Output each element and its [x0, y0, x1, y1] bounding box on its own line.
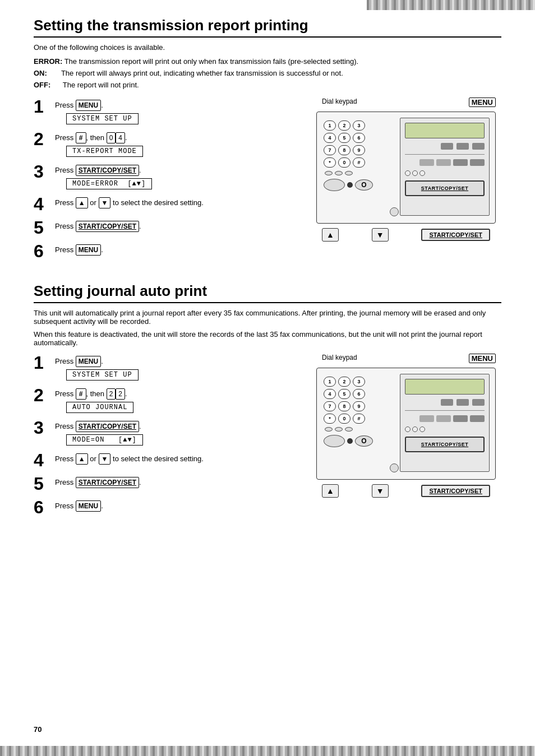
- menu-key-6: MENU: [76, 244, 101, 256]
- key-8: 8: [338, 145, 350, 155]
- step-num-2: 2: [34, 130, 49, 148]
- step-num-b3: 3: [34, 419, 49, 437]
- step-1-top: 1 Press MENU. SYSTEM SET UP: [34, 98, 305, 124]
- bkey-6: 6: [353, 389, 365, 399]
- bkey-7: 7: [324, 401, 336, 411]
- page-number: 70: [34, 725, 41, 734]
- speaker-icon-top: [390, 207, 399, 216]
- ctrl-btn-3: [472, 143, 485, 150]
- menu-label-device-top: MENU: [469, 98, 496, 107]
- up-arrow-key-b4: ▲: [76, 453, 88, 465]
- key-1: 1: [324, 120, 336, 131]
- device-diagram-top: 1 2 3 4 5 6 7 8 9 *: [316, 112, 496, 224]
- right-panel-top: START/COPY/SET: [400, 118, 490, 216]
- step-num-1: 1: [34, 98, 49, 115]
- bctrl-btn-2: [456, 399, 469, 406]
- bkey-1: 1: [324, 377, 336, 387]
- step-num-b6: 6: [34, 498, 49, 516]
- start-copy-set-device-top: START/COPY/SET: [421, 229, 490, 241]
- steps-and-device-top: 1 Press MENU. SYSTEM SET UP 2 Press #, t…: [34, 98, 501, 266]
- step-num-3: 3: [34, 163, 49, 180]
- section-journal-auto: Setting journal auto print This unit wil…: [34, 282, 501, 522]
- menu-label-device-bottom: MENU: [469, 354, 496, 363]
- top-decorative-bar: [367, 0, 535, 10]
- bctrl-btn-1: [441, 399, 453, 406]
- section-title-transmission: Setting the transmission report printing: [34, 17, 501, 38]
- device-bottom-row-bottom: ▲ ▼ START/COPY/SET: [316, 484, 496, 498]
- option-error-label: ERROR:: [34, 57, 62, 66]
- screen-system-setup-b1: SYSTEM SET UP: [66, 369, 139, 381]
- step-content-2: Press #, then 04. TX-REPORT MODE: [55, 130, 305, 157]
- bottom-decorative-bar: [0, 746, 535, 756]
- up-arrow-device-top: ▲: [322, 228, 339, 242]
- step-num-5: 5: [34, 219, 49, 236]
- bkey-9: 9: [353, 401, 365, 411]
- step-1-bottom: 1 Press MENU. SYSTEM SET UP: [34, 354, 305, 381]
- key-hash-kp: #: [353, 157, 365, 168]
- right-panel-bottom: START/COPY/SET: [400, 374, 490, 472]
- step-num-b1: 1: [34, 354, 49, 372]
- start-btn-device-bottom: START/COPY/SET: [405, 437, 485, 452]
- bkey-5: 5: [338, 389, 350, 399]
- screen-mode-error: MODE=ERROR [▲▼]: [66, 178, 152, 189]
- option-error-text: The transmission report will print out o…: [64, 57, 359, 66]
- key-4b: 4: [324, 133, 336, 143]
- bkey-4: 4: [324, 389, 336, 399]
- bkey-2: 2: [338, 377, 350, 387]
- bkey-3: 3: [353, 377, 365, 387]
- menu-key-1: MENU: [76, 100, 101, 111]
- key-9: 9: [353, 145, 365, 155]
- option-on-text: The report will always print out, indica…: [61, 69, 343, 77]
- section-transmission-report: Setting the transmission report printing…: [34, 17, 501, 266]
- start-btn-label-bottom: START/COPY/SET: [421, 442, 468, 447]
- device-col-bottom: Dial keypad MENU 1 2 3 4 5 6: [316, 354, 501, 498]
- screen-tx-report: TX-REPORT MODE: [66, 146, 143, 157]
- key-6: 6: [353, 133, 365, 143]
- step-2-bottom: 2 Press #, then 22. AUTO JOURNAL: [34, 386, 305, 413]
- bctrl-btn-3: [472, 399, 485, 406]
- key-2a: 2: [107, 388, 116, 400]
- hash-key-2: #: [76, 132, 86, 143]
- step-content-6: Press MENU.: [55, 242, 305, 256]
- step-4-bottom: 4 Press ▲ or ▼ to select the desired set…: [34, 451, 305, 469]
- steps-col-bottom: 1 Press MENU. SYSTEM SET UP 2 Press #, t…: [34, 354, 305, 522]
- down-arrow-key-4: ▼: [99, 197, 111, 208]
- start-copy-set-device-bottom: START/COPY/SET: [421, 485, 490, 497]
- step-content-b5: Press START/COPY/SET.: [55, 475, 305, 488]
- journal-intro-1: This unit will automatically print a jou…: [34, 309, 501, 326]
- key-3: 3: [353, 120, 365, 131]
- key-7: 7: [324, 145, 336, 155]
- menu-key-b6: MENU: [76, 500, 101, 512]
- display-screen-top: [405, 123, 485, 138]
- keypad-area-top: 1 2 3 4 5 6 7 8 9 *: [324, 120, 385, 191]
- screen-mode-on: MODE=ON [▲▼]: [66, 434, 143, 446]
- down-arrow-device-bottom: ▼: [372, 484, 389, 498]
- start-btn-label-top: START/COPY/SET: [421, 185, 468, 191]
- step-num-b5: 5: [34, 475, 49, 493]
- option-off-label: OFF:: [34, 81, 50, 89]
- ctrl-btn-1: [441, 143, 453, 150]
- step-num-4: 4: [34, 195, 49, 213]
- step-num-b4: 4: [34, 451, 49, 469]
- bkey-0: 0: [338, 414, 350, 424]
- dial-keypad-label-bottom: Dial keypad: [322, 354, 357, 363]
- key-5: 5: [338, 133, 350, 143]
- key-star: *: [324, 157, 336, 168]
- step-content-b3: Press START/COPY/SET. MODE=ON [▲▼]: [55, 419, 305, 446]
- step-6-bottom: 6 Press MENU.: [34, 498, 305, 516]
- step-content-b6: Press MENU.: [55, 498, 305, 512]
- step-5-top: 5 Press START/COPY/SET.: [34, 219, 305, 236]
- step-num-6: 6: [34, 242, 49, 260]
- key-2b: 2: [116, 388, 125, 400]
- step-4-top: 4 Press ▲ or ▼ to select the desired set…: [34, 195, 305, 213]
- steps-col-top: 1 Press MENU. SYSTEM SET UP 2 Press #, t…: [34, 98, 305, 266]
- step-3-top: 3 Press START/COPY/SET. MODE=ERROR [▲▼]: [34, 163, 305, 189]
- start-copy-set-key-b3: START/COPY/SET: [76, 421, 139, 432]
- device-labels-bottom: Dial keypad MENU: [316, 354, 501, 363]
- step-content-1: Press MENU. SYSTEM SET UP: [55, 98, 305, 124]
- step-content-b1: Press MENU. SYSTEM SET UP: [55, 354, 305, 381]
- step-content-5: Press START/COPY/SET.: [55, 219, 305, 232]
- start-btn-device-top: START/COPY/SET: [405, 180, 485, 196]
- step-content-4: Press ▲ or ▼ to select the desired setti…: [55, 195, 305, 208]
- options-block: ERROR: The transmission report will prin…: [34, 56, 501, 91]
